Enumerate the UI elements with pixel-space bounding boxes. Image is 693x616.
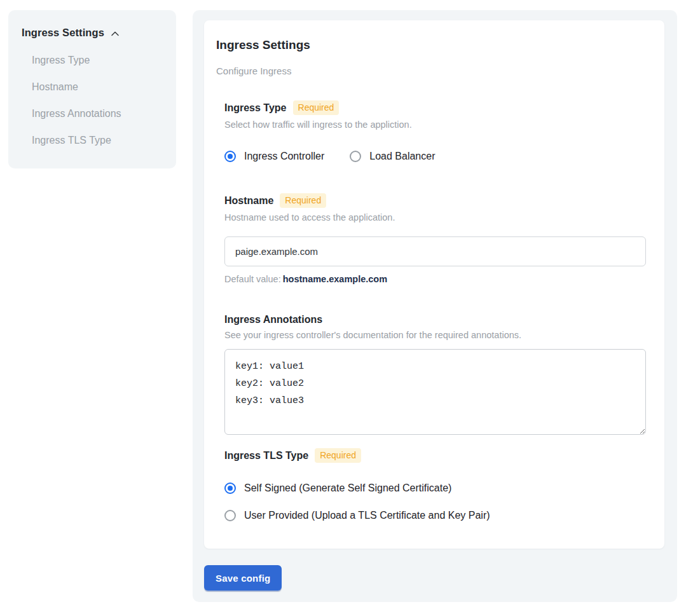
hostname-default-line: Default value:hostname.example.com: [224, 274, 645, 284]
radio-circle-icon[interactable]: [224, 483, 236, 494]
save-config-button[interactable]: Save config: [204, 565, 282, 591]
settings-panel: Ingress Settings Configure Ingress Ingre…: [193, 10, 677, 602]
annotations-textarea[interactable]: key1: value1 key2: value2 key3: value3: [224, 349, 646, 435]
default-value-text: hostname.example.com: [283, 274, 387, 284]
tls-type-section: Ingress TLS Type Required Self Signed (G…: [224, 448, 645, 521]
default-value-prefix: Default value:: [224, 274, 281, 284]
required-badge: Required: [280, 193, 326, 208]
page-subtitle: Configure Ingress: [216, 65, 645, 76]
radio-ingress-controller-label: Ingress Controller: [244, 151, 324, 162]
sidebar-section-toggle[interactable]: Ingress Settings: [22, 27, 163, 39]
page-title: Ingress Settings: [216, 38, 645, 52]
sidebar-item-hostname[interactable]: Hostname: [32, 81, 163, 92]
ingress-type-help: Select how traffic will ingress to the a…: [224, 120, 645, 130]
radio-load-balancer[interactable]: Load Balancer: [350, 151, 435, 162]
required-badge: Required: [293, 100, 340, 115]
ingress-settings-card: Ingress Settings Configure Ingress Ingre…: [204, 20, 664, 549]
form-sections: Ingress Type Required Select how traffic…: [224, 100, 645, 521]
ingress-type-radio-group: Ingress Controller Load Balancer: [224, 151, 645, 162]
radio-user-provided[interactable]: User Provided (Upload a TLS Certificate …: [224, 510, 645, 521]
chevron-up-icon[interactable]: [110, 29, 120, 39]
hostname-input[interactable]: [224, 236, 646, 266]
sidebar-section-title: Ingress Settings: [22, 27, 104, 39]
hostname-section: Hostname Required Hostname used to acces…: [224, 193, 645, 284]
radio-circle-icon[interactable]: [224, 151, 236, 162]
tls-type-label: Ingress TLS Type: [224, 450, 308, 462]
radio-ingress-controller[interactable]: Ingress Controller: [224, 151, 324, 162]
radio-self-signed-label: Self Signed (Generate Self Signed Certif…: [244, 483, 451, 494]
annotations-label: Ingress Annotations: [224, 314, 322, 325]
sidebar-item-ingress-tls-type[interactable]: Ingress TLS Type: [32, 135, 163, 146]
hostname-help: Hostname used to access the application.: [224, 212, 645, 222]
sidebar-item-list: Ingress Type Hostname Ingress Annotation…: [32, 55, 163, 146]
ingress-type-section: Ingress Type Required Select how traffic…: [224, 100, 645, 162]
required-badge: Required: [315, 448, 361, 463]
radio-circle-icon[interactable]: [224, 510, 236, 521]
annotations-help: See your ingress controller's documentat…: [224, 330, 645, 340]
radio-self-signed[interactable]: Self Signed (Generate Self Signed Certif…: [224, 483, 645, 494]
sidebar-item-ingress-type[interactable]: Ingress Type: [32, 55, 163, 65]
sidebar-item-ingress-annotations[interactable]: Ingress Annotations: [32, 108, 163, 119]
settings-sidebar: Ingress Settings Ingress Type Hostname I…: [8, 10, 176, 168]
annotations-section: Ingress Annotations See your ingress con…: [224, 314, 645, 435]
radio-user-provided-label: User Provided (Upload a TLS Certificate …: [244, 510, 490, 521]
ingress-type-label: Ingress Type: [224, 102, 287, 114]
hostname-label: Hostname: [224, 195, 273, 207]
radio-circle-icon[interactable]: [350, 151, 361, 162]
tls-type-radio-group: Self Signed (Generate Self Signed Certif…: [224, 483, 645, 521]
radio-load-balancer-label: Load Balancer: [369, 151, 435, 162]
